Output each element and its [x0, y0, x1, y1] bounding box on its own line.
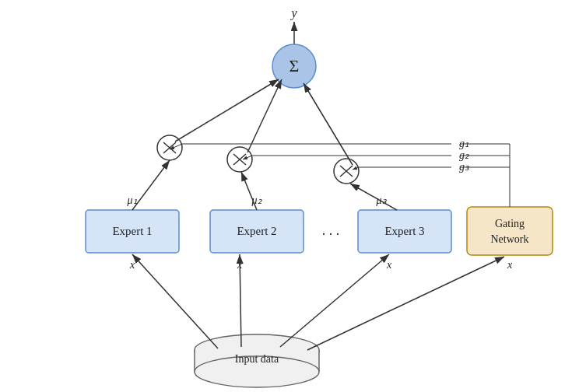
input-to-expert3: [280, 254, 389, 347]
gate3-to-sum: [304, 83, 353, 165]
input-to-expert1: [132, 254, 218, 348]
gating-network-label: Gating: [495, 218, 525, 229]
diagram: y Σ g₁ g₂ g₃ Expert 1 Expert 2 . . . Exp…: [0, 0, 586, 392]
gating-network-box: [467, 207, 553, 255]
x-label-expert1: x: [129, 259, 135, 271]
gate2-to-sum: [247, 79, 282, 152]
x-label-gating: x: [507, 259, 513, 271]
expert1-to-gate1: [132, 160, 170, 210]
summation-symbol: Σ: [289, 56, 300, 75]
expert3-to-gate3: [350, 184, 397, 210]
input-data-label: Input data: [235, 353, 279, 365]
dots-label: . . .: [322, 222, 340, 238]
gate1-to-sum: [175, 79, 279, 142]
x-label-expert3: x: [386, 259, 392, 271]
expert3-label: Expert 3: [384, 225, 424, 237]
output-label: y: [289, 6, 297, 20]
gating-network-label2: Network: [491, 233, 529, 245]
mu3-label: μ₃: [375, 194, 387, 206]
expert2-to-gate2: [241, 172, 257, 210]
expert2-label: Expert 2: [237, 225, 276, 237]
expert1-label: Expert 1: [112, 225, 152, 237]
input-to-gating: [307, 257, 504, 350]
mu1-label: μ₁: [126, 194, 137, 206]
